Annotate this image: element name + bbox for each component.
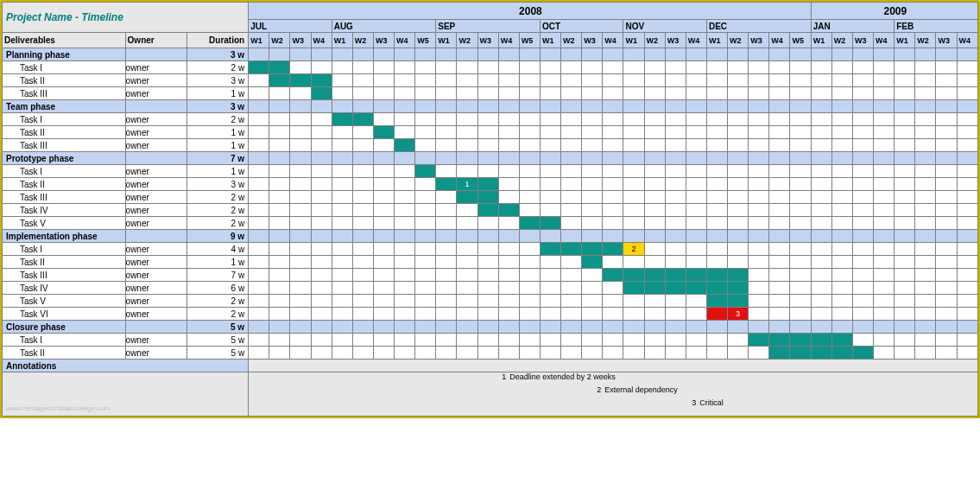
gantt-cell xyxy=(457,308,477,321)
gantt-cell xyxy=(852,308,873,321)
gantt-cell xyxy=(477,230,498,243)
gantt-cell xyxy=(644,139,665,152)
gantt-cell xyxy=(352,48,373,61)
gantt-cell xyxy=(477,321,498,334)
task-owner: owner xyxy=(125,269,187,282)
gantt-cell xyxy=(332,347,352,360)
task-duration: 2 w xyxy=(187,204,248,217)
gantt-cell xyxy=(644,178,665,191)
gantt-cell xyxy=(269,230,290,243)
gantt-cell xyxy=(395,165,415,178)
gantt-cell xyxy=(623,217,644,230)
gantt-cell xyxy=(561,295,582,308)
gantt-cell xyxy=(769,74,790,87)
gantt-cell xyxy=(769,230,790,243)
gantt-cell xyxy=(811,217,831,230)
gantt-cell xyxy=(769,139,790,152)
gantt-cell xyxy=(957,152,977,165)
week-header: W4 xyxy=(769,33,790,48)
gantt-cell xyxy=(352,334,373,347)
gantt-cell xyxy=(290,191,311,204)
task-duration: 1 w xyxy=(187,165,248,178)
gantt-cell xyxy=(831,113,852,126)
gantt-cell xyxy=(895,87,915,100)
gantt-cell xyxy=(790,100,811,113)
gantt-cell xyxy=(895,100,915,113)
gantt-cell xyxy=(249,61,269,74)
task-name: Task IV xyxy=(3,204,126,217)
gantt-cell xyxy=(311,126,332,139)
week-header: W1 xyxy=(436,33,457,48)
annotation-number: 2 xyxy=(591,385,601,394)
gantt-cell xyxy=(790,126,811,139)
task-duration: 1 w xyxy=(187,256,248,269)
gantt-cell xyxy=(728,191,749,204)
gantt-cell xyxy=(415,243,436,256)
gantt-cell xyxy=(790,308,811,321)
annotation-item: 2External dependency xyxy=(591,385,711,394)
gantt-cell xyxy=(811,74,831,87)
gantt-cell xyxy=(519,217,540,230)
gantt-cell xyxy=(352,321,373,334)
gantt-cell xyxy=(498,126,519,139)
gantt-cell xyxy=(790,165,811,178)
task-duration: 2 w xyxy=(187,217,248,230)
gantt-cell xyxy=(457,165,477,178)
gantt-cell xyxy=(269,100,290,113)
gantt-cell xyxy=(790,282,811,295)
gantt-cell xyxy=(706,100,727,113)
gantt-cell xyxy=(561,178,582,191)
gantt-cell xyxy=(457,152,477,165)
gantt-cell xyxy=(706,139,727,152)
gantt-cell xyxy=(519,230,540,243)
gantt-cell xyxy=(749,230,769,243)
gantt-cell xyxy=(332,178,352,191)
gantt-cell xyxy=(811,100,831,113)
gantt-cell xyxy=(769,256,790,269)
gantt-cell xyxy=(561,321,582,334)
week-header: W3 xyxy=(936,33,957,48)
gantt-cell xyxy=(436,256,457,269)
gantt-cell xyxy=(749,87,769,100)
gantt-cell xyxy=(582,256,603,269)
gantt-cell xyxy=(561,100,582,113)
gantt-cell xyxy=(874,308,895,321)
gantt-cell xyxy=(831,48,852,61)
gantt-cell xyxy=(915,113,936,126)
task-name: Task II xyxy=(3,74,126,87)
gantt-cell xyxy=(415,282,436,295)
month-header: SEP xyxy=(436,20,541,33)
gantt-cell xyxy=(728,230,749,243)
gantt-cell xyxy=(249,243,269,256)
task-name: Task II xyxy=(3,178,126,191)
task-owner: owner xyxy=(125,217,187,230)
gantt-cell xyxy=(332,217,352,230)
gantt-cell xyxy=(790,347,811,360)
gantt-cell xyxy=(831,204,852,217)
gantt-cell xyxy=(498,308,519,321)
gantt-cell xyxy=(811,282,831,295)
gantt-cell xyxy=(749,178,769,191)
gantt-cell xyxy=(852,295,873,308)
gantt-cell xyxy=(811,152,831,165)
gantt-cell xyxy=(352,295,373,308)
gantt-cell xyxy=(395,269,415,282)
gantt-cell xyxy=(373,74,394,87)
gantt-cell xyxy=(706,295,727,308)
gantt-cell xyxy=(395,334,415,347)
gantt-cell xyxy=(915,191,936,204)
gantt-cell xyxy=(457,191,477,204)
gantt-cell xyxy=(352,269,373,282)
gantt-cell xyxy=(686,204,706,217)
gantt-cell xyxy=(311,256,332,269)
gantt-cell xyxy=(790,178,811,191)
gantt-cell xyxy=(519,178,540,191)
gantt-cell xyxy=(831,217,852,230)
gantt-cell xyxy=(852,321,873,334)
gantt-cell xyxy=(728,61,749,74)
gantt-cell xyxy=(706,282,727,295)
gantt-cell xyxy=(249,152,269,165)
gantt-cell xyxy=(769,48,790,61)
task-duration: 4 w xyxy=(187,243,248,256)
gantt-cell xyxy=(811,139,831,152)
